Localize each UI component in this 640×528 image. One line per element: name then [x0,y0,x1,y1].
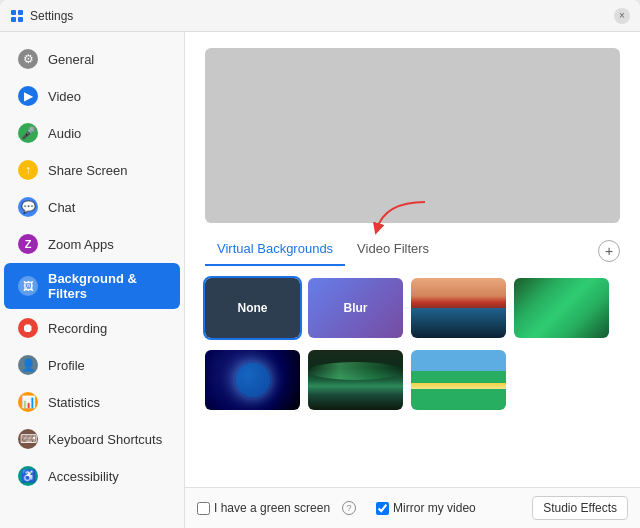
sidebar-item-video[interactable]: ▶ Video [4,78,180,114]
background-bridge[interactable] [411,278,506,338]
studio-effects-button[interactable]: Studio Effects [532,496,628,520]
keyboard-shortcuts-icon: ⌨ [18,429,38,449]
settings-window: Settings × ⚙ General ▶ Video 🎤 Audio ↑ S… [0,0,640,528]
mirror-video-label[interactable]: Mirror my video [376,501,476,515]
tabs-row: Virtual Backgrounds Video Filters + [205,235,620,266]
window-title-group: Settings [10,9,73,23]
main-content: ⚙ General ▶ Video 🎤 Audio ↑ Share Screen… [0,32,640,528]
sidebar-label-video: Video [48,89,81,104]
sidebar-item-profile[interactable]: 👤 Profile [4,347,180,383]
sidebar-label-share-screen: Share Screen [48,163,128,178]
share-screen-icon: ↑ [18,160,38,180]
sidebar-item-share-screen[interactable]: ↑ Share Screen [4,152,180,188]
video-icon: ▶ [18,86,38,106]
svg-rect-2 [11,17,16,22]
statistics-icon: 📊 [18,392,38,412]
titlebar: Settings × [0,0,640,32]
backgrounds-row-1: None Blur [205,278,620,338]
svg-rect-3 [18,17,23,22]
sidebar-label-background-filters: Background & Filters [48,271,166,301]
aurora-visual [308,350,403,410]
svg-rect-1 [18,10,23,15]
general-icon: ⚙ [18,49,38,69]
mirror-video-text: Mirror my video [393,501,476,515]
sidebar-label-chat: Chat [48,200,75,215]
sidebar-item-chat[interactable]: 💬 Chat [4,189,180,225]
green-visual [514,278,609,338]
sidebar-item-recording[interactable]: ⏺ Recording [4,310,180,346]
sidebar-item-keyboard-shortcuts[interactable]: ⌨ Keyboard Shortcuts [4,421,180,457]
sidebar-label-audio: Audio [48,126,81,141]
add-background-button[interactable]: + [598,240,620,262]
sidebar-item-zoom-apps[interactable]: Z Zoom Apps [4,226,180,262]
sidebar-label-general: General [48,52,94,67]
sidebar-item-accessibility[interactable]: ♿ Accessibility [4,458,180,494]
sidebar-label-accessibility: Accessibility [48,469,119,484]
audio-icon: 🎤 [18,123,38,143]
background-blur-label: Blur [344,301,368,315]
green-screen-help-icon[interactable]: ? [342,501,356,515]
background-green-nature[interactable] [514,278,609,338]
sidebar-label-keyboard-shortcuts: Keyboard Shortcuts [48,432,162,447]
camera-preview [205,48,620,223]
sidebar: ⚙ General ▶ Video 🎤 Audio ↑ Share Screen… [0,32,185,528]
sidebar-item-audio[interactable]: 🎤 Audio [4,115,180,151]
accessibility-icon: ♿ [18,466,38,486]
sidebar-label-recording: Recording [48,321,107,336]
tab-video-filters[interactable]: Video Filters [345,235,441,266]
backgrounds-row-2 [205,350,620,410]
main-panel: Virtual Backgrounds Video Filters + None… [185,32,640,487]
recording-icon: ⏺ [18,318,38,338]
close-button[interactable]: × [614,8,630,24]
beach-visual [411,350,506,410]
background-blur[interactable]: Blur [308,278,403,338]
sidebar-label-zoom-apps: Zoom Apps [48,237,114,252]
background-none-label: None [238,301,268,315]
bridge-visual [411,278,506,338]
tab-virtual-backgrounds[interactable]: Virtual Backgrounds [205,235,345,266]
background-none[interactable]: None [205,278,300,338]
background-filters-icon: 🖼 [18,276,38,296]
background-earth[interactable] [205,350,300,410]
window-title-text: Settings [30,9,73,23]
background-beach[interactable] [411,350,506,410]
tabs-container: Virtual Backgrounds Video Filters [205,235,441,266]
svg-rect-0 [11,10,16,15]
background-aurora[interactable] [308,350,403,410]
chat-icon: 💬 [18,197,38,217]
mirror-video-checkbox[interactable] [376,502,389,515]
profile-icon: 👤 [18,355,38,375]
sidebar-item-background-filters[interactable]: 🖼 Background & Filters [4,263,180,309]
sidebar-item-statistics[interactable]: 📊 Statistics [4,384,180,420]
sidebar-label-statistics: Statistics [48,395,100,410]
green-screen-text: I have a green screen [214,501,330,515]
settings-app-icon [10,9,24,23]
green-screen-label[interactable]: I have a green screen [197,501,330,515]
bottom-bar: I have a green screen ? Mirror my video … [185,487,640,528]
sidebar-label-profile: Profile [48,358,85,373]
sidebar-item-general[interactable]: ⚙ General [4,41,180,77]
zoom-apps-icon: Z [18,234,38,254]
green-screen-checkbox[interactable] [197,502,210,515]
